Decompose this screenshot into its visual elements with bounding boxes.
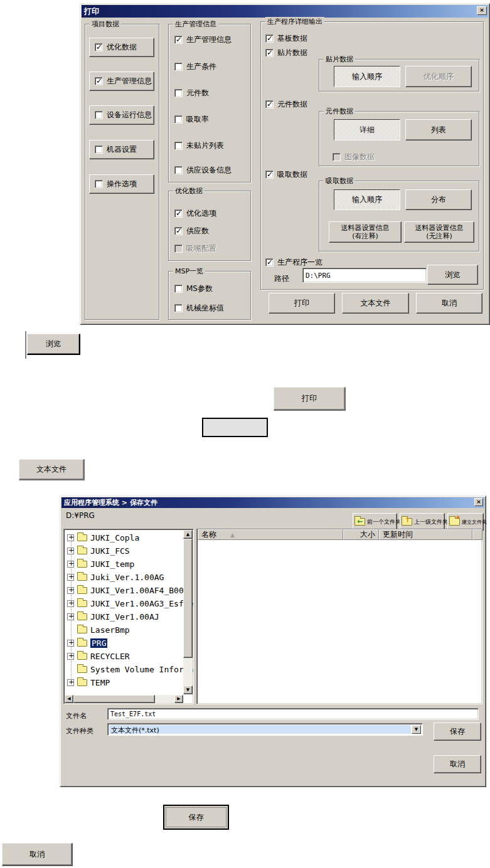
expand-icon[interactable] bbox=[67, 561, 74, 568]
textfile-button[interactable]: 文本文件 bbox=[342, 293, 409, 314]
column-header-size[interactable]: 大小 bbox=[343, 529, 379, 540]
expand-icon[interactable] bbox=[67, 613, 74, 620]
checkbox-icon[interactable] bbox=[95, 111, 103, 119]
expand-icon[interactable] bbox=[67, 534, 74, 541]
checkbox-icon[interactable] bbox=[95, 146, 103, 154]
expand-icon[interactable] bbox=[67, 587, 74, 594]
scroll-up-icon[interactable]: ▲ bbox=[183, 530, 193, 539]
check-item-device-run-info[interactable]: 设备运行信息 bbox=[89, 105, 154, 125]
prev-folder-button[interactable]: ← 前一个文件夹 bbox=[353, 513, 397, 531]
tree-item-selected[interactable]: PRG bbox=[67, 637, 107, 648]
expand-icon[interactable] bbox=[67, 679, 74, 686]
pickup-input-order-button[interactable]: 输入顺序 bbox=[334, 189, 400, 210]
check-pickup-data[interactable]: 吸取数据 bbox=[265, 169, 307, 180]
tree-item[interactable]: JUKI_Ver1.00AF4_B001 bbox=[67, 585, 189, 596]
checkbox-icon[interactable] bbox=[174, 115, 183, 124]
feeder-info-with-notes-button[interactable]: 送料器设置信息 (有注释) bbox=[329, 221, 402, 243]
save-button[interactable]: 保存 bbox=[434, 722, 481, 741]
floating-cancel-button[interactable]: 取消 bbox=[2, 843, 73, 866]
floating-textfile-button[interactable]: 文本文件 bbox=[19, 459, 85, 480]
tree-item[interactable]: TEMP bbox=[67, 677, 110, 688]
floating-save-button[interactable]: 保存 bbox=[163, 805, 229, 830]
check-production-info[interactable]: 生产管理信息 bbox=[174, 34, 232, 45]
tree-item[interactable]: LaserBmp bbox=[67, 624, 130, 635]
feeder-info-without-notes-button[interactable]: 送料器设置信息 (无注释) bbox=[404, 221, 474, 243]
distribution-button[interactable]: 分布 bbox=[405, 189, 472, 210]
scroll-left-icon[interactable]: ◀ bbox=[65, 695, 73, 703]
expand-icon[interactable] bbox=[67, 600, 74, 607]
hscroll-thumb[interactable] bbox=[73, 695, 155, 703]
list-button[interactable]: 列表 bbox=[405, 119, 472, 140]
path-input[interactable]: D:\PRG bbox=[302, 268, 427, 283]
close-icon[interactable]: × bbox=[477, 6, 487, 15]
checkbox-icon[interactable] bbox=[174, 285, 183, 293]
up-folder-button[interactable]: ↑ 上一级文件夹 bbox=[400, 513, 445, 531]
filename-input[interactable]: Test_E7F.txt bbox=[107, 708, 479, 720]
check-ms-params[interactable]: MS参数 bbox=[174, 283, 213, 294]
check-unplaced-list[interactable]: 未贴片列表 bbox=[174, 140, 224, 151]
check-machine-coords[interactable]: 机械坐标值 bbox=[174, 303, 224, 314]
check-placement-data[interactable]: 贴片数据 bbox=[265, 48, 307, 58]
tree-item[interactable]: JUKI_temp bbox=[67, 558, 134, 569]
checkbox-icon[interactable] bbox=[265, 34, 274, 43]
check-supply-count[interactable]: 供应数 bbox=[174, 226, 209, 236]
cancel-button[interactable]: 取消 bbox=[416, 293, 482, 314]
chevron-down-icon[interactable]: ▼ bbox=[412, 725, 421, 734]
tree-item[interactable]: JUKI_Copla bbox=[67, 532, 139, 543]
cancel-button[interactable]: 取消 bbox=[434, 755, 481, 773]
close-icon[interactable]: × bbox=[474, 498, 483, 506]
checkbox-icon[interactable] bbox=[174, 142, 183, 150]
browse-button[interactable]: 浏览 bbox=[427, 265, 478, 285]
input-order-button[interactable]: 输入顺序 bbox=[334, 66, 400, 87]
column-header-name[interactable]: 名称 ▲ bbox=[198, 529, 343, 540]
tree-item[interactable]: JUKI_Ver1.00AJ bbox=[67, 611, 159, 622]
expand-icon[interactable] bbox=[67, 653, 74, 660]
tree-item[interactable]: RECYCLER bbox=[67, 650, 130, 662]
folder-icon bbox=[77, 587, 87, 594]
check-supply-device-info[interactable]: 供应设备信息 bbox=[174, 165, 232, 176]
expand-icon[interactable] bbox=[67, 574, 74, 581]
print-button[interactable]: 打印 bbox=[269, 293, 335, 314]
check-board-data[interactable]: 基板数据 bbox=[265, 33, 307, 44]
checkbox-icon[interactable] bbox=[174, 209, 183, 218]
checkbox-icon[interactable] bbox=[265, 49, 274, 57]
tree-item[interactable]: JUKI_Ver1.00AG3_EsfTe bbox=[67, 598, 193, 609]
checkbox-icon[interactable] bbox=[174, 166, 183, 174]
expand-icon[interactable] bbox=[67, 548, 74, 554]
tree-item[interactable]: JUKI_FCS bbox=[67, 545, 130, 556]
check-item-optimize-data[interactable]: 优化数据 bbox=[89, 38, 154, 57]
new-folder-button[interactable]: * 建立文件夹 bbox=[447, 513, 484, 531]
filetype-select[interactable]: 文本文件(*.txt) ▼ bbox=[107, 723, 423, 736]
vscroll-thumb[interactable] bbox=[183, 539, 193, 658]
check-item-machine-setting[interactable]: 机器设置 bbox=[89, 140, 154, 159]
check-component-data[interactable]: 元件数据 bbox=[265, 99, 307, 110]
check-production-condition[interactable]: 生产条件 bbox=[174, 61, 216, 72]
checkbox-icon[interactable] bbox=[174, 304, 183, 312]
check-optimize-option[interactable]: 优化选项 bbox=[174, 208, 216, 219]
floating-print-button[interactable]: 打印 bbox=[274, 387, 346, 411]
checkbox-icon[interactable] bbox=[174, 63, 183, 71]
checkbox-icon[interactable] bbox=[174, 227, 183, 235]
check-item-production-info[interactable]: 生产管理信息 bbox=[89, 71, 154, 91]
check-item-operation-option[interactable]: 操作选项 bbox=[89, 174, 154, 194]
detail-button[interactable]: 详细 bbox=[334, 119, 400, 140]
check-pickup-rate[interactable]: 吸取率 bbox=[174, 114, 209, 125]
scroll-right-icon[interactable]: ▶ bbox=[174, 695, 183, 703]
tree-item[interactable]: Juki_Ver.1.00AG bbox=[67, 571, 164, 583]
scroll-down-icon[interactable]: ▼ bbox=[183, 685, 193, 694]
button-label: 取消 bbox=[450, 759, 465, 770]
checkbox-icon[interactable] bbox=[265, 258, 274, 267]
check-program-list[interactable]: 生产程序一览 bbox=[265, 257, 322, 268]
checkbox-icon[interactable] bbox=[174, 89, 183, 97]
checkbox-icon[interactable] bbox=[95, 180, 103, 188]
tree-item[interactable]: System Volume Informa bbox=[67, 664, 193, 675]
checkbox-icon[interactable] bbox=[95, 77, 103, 85]
check-component-count[interactable]: 元件数 bbox=[174, 88, 209, 98]
checkbox-icon[interactable] bbox=[174, 36, 183, 44]
checkbox-icon[interactable] bbox=[95, 43, 103, 51]
floating-browse-button[interactable]: 浏览 bbox=[27, 334, 80, 355]
expand-icon[interactable] bbox=[67, 640, 74, 647]
checkbox-icon[interactable] bbox=[265, 100, 274, 109]
checkbox-icon[interactable] bbox=[265, 171, 274, 179]
column-header-modified[interactable]: 更新时间 bbox=[379, 529, 472, 540]
